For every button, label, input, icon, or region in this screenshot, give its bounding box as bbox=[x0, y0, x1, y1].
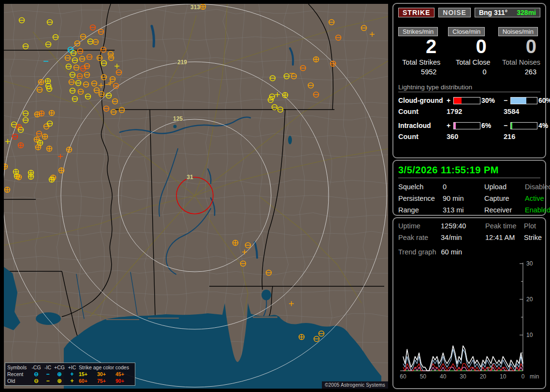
cg-plus-pct: 30% bbox=[481, 97, 504, 104]
age-code: 75+ bbox=[97, 378, 116, 384]
legend-col-cg-neg: -CG bbox=[30, 364, 42, 371]
trend-graph-label: Trend graph bbox=[398, 248, 436, 256]
age-code: 15+ bbox=[79, 371, 97, 378]
svg-text:10: 10 bbox=[526, 332, 533, 338]
plus-sign: + bbox=[447, 122, 453, 129]
lake bbox=[174, 125, 177, 128]
strike-symbol bbox=[299, 335, 304, 340]
svg-text:10: 10 bbox=[500, 373, 507, 380]
peak-time-value: 12:41 AM bbox=[485, 234, 524, 241]
noises-per-min-button[interactable]: Noises/min bbox=[498, 27, 538, 36]
cg-plus-bar-fill bbox=[454, 98, 462, 104]
legend-age-header: Strike age color codes bbox=[79, 364, 133, 371]
bearing-label: Bng 311° bbox=[479, 9, 507, 16]
noises-column: Noises/min 0 Total Noises 263 bbox=[498, 27, 540, 76]
noise-mode-button[interactable]: NOISE bbox=[438, 8, 471, 17]
receiver-status: Enabled bbox=[525, 206, 550, 214]
total-close-label: Total Close bbox=[448, 58, 490, 66]
strikes-per-min-button[interactable]: Strikes/min bbox=[398, 27, 438, 36]
ic-plus-icon: + bbox=[65, 378, 79, 384]
legend-col-ic-neg: -IC bbox=[42, 364, 54, 371]
ic-minus-count: 216 bbox=[504, 133, 540, 140]
persistence-label: Persistence bbox=[398, 195, 443, 202]
ic-plus-count: 360 bbox=[447, 133, 504, 140]
ic-plus-icon: + bbox=[65, 371, 79, 378]
strike-symbol bbox=[201, 4, 206, 10]
map-legend: Symbols -CG -IC +CG +IC Strike age color… bbox=[5, 363, 135, 386]
session-panel: Uptime 1259:40 Peak time Plot Peak rate … bbox=[392, 217, 546, 389]
persistence-value: 90 min bbox=[443, 195, 484, 202]
ic-plus-bar-fill bbox=[454, 123, 456, 129]
strike-symbol bbox=[233, 240, 238, 246]
lightning-map[interactable]: 313 219 125 31 Symbols -CG -IC +CG +IC S… bbox=[4, 4, 388, 389]
border-lake bbox=[261, 290, 271, 300]
ring-label-125: 125 bbox=[173, 115, 183, 122]
copyright-notice: ©2005 Astrogenic Systems bbox=[322, 381, 388, 389]
strike-symbol bbox=[283, 93, 288, 98]
strike-symbol bbox=[39, 80, 44, 85]
bearing-readout: Bng 311° 328mi bbox=[475, 8, 540, 17]
lake bbox=[36, 312, 61, 325]
close-per-min-button[interactable]: Close/min bbox=[448, 27, 485, 36]
svg-text:20: 20 bbox=[526, 296, 533, 303]
status-panel: 3/5/2026 11:55:19 PM Squelch 0 Upload Di… bbox=[392, 160, 546, 216]
legend-row-label: Old bbox=[7, 378, 30, 384]
svg-text:30: 30 bbox=[460, 373, 466, 380]
intracloud-label: Intracloud bbox=[398, 122, 447, 129]
strike-symbol bbox=[67, 147, 72, 153]
trend-graph-value: 60 min bbox=[441, 248, 462, 256]
ic-count-label: Count bbox=[398, 133, 447, 140]
ring-label-313: 313 bbox=[190, 4, 200, 11]
cg-plus-icon: ⊕ bbox=[54, 378, 65, 384]
svg-text:50: 50 bbox=[420, 373, 427, 380]
noises-per-min-value: 0 bbox=[498, 36, 540, 56]
total-noises-label: Total Noises bbox=[498, 58, 540, 66]
lake bbox=[288, 136, 292, 144]
plot-label: Plot bbox=[524, 222, 542, 230]
ic-minus-icon: − bbox=[42, 371, 54, 378]
strike-symbol bbox=[314, 57, 319, 62]
svg-text:30: 30 bbox=[526, 260, 533, 267]
cg-plus-bar bbox=[453, 97, 480, 104]
age-code: 45+ bbox=[116, 371, 133, 378]
strike-symbol bbox=[39, 111, 44, 116]
ic-plus-bar bbox=[453, 122, 480, 129]
legend-row-old: Old⊖−⊕+60+75+90+ bbox=[7, 378, 133, 384]
strike-stats-panel: STRIKE NOISE Bng 311° 328mi Strikes/min … bbox=[392, 3, 546, 158]
strike-symbol bbox=[36, 145, 41, 150]
ic-minus-icon: − bbox=[42, 378, 54, 384]
receiver-label: Receiver bbox=[484, 206, 525, 214]
total-strikes-value: 5952 bbox=[398, 68, 440, 76]
strike-symbol bbox=[43, 134, 48, 140]
bearing-distance: 328mi bbox=[517, 9, 536, 16]
strike-symbol bbox=[49, 111, 55, 116]
strike-symbol bbox=[29, 174, 34, 180]
svg-text:60: 60 bbox=[400, 373, 406, 380]
upload-status: Disabled bbox=[525, 183, 550, 191]
strike-mode-button[interactable]: STRIKE bbox=[398, 8, 434, 17]
strike-symbol bbox=[34, 137, 40, 142]
capture-status: Active bbox=[525, 195, 550, 202]
strike-symbol bbox=[16, 175, 22, 180]
age-code: 60+ bbox=[79, 378, 97, 384]
cg-plus-icon: ⊕ bbox=[54, 371, 65, 378]
plus-sign: + bbox=[447, 97, 453, 104]
strike-symbol bbox=[18, 143, 24, 148]
svg-text:40: 40 bbox=[440, 373, 447, 380]
ring-label-219: 219 bbox=[177, 59, 187, 66]
uptime-value: 1259:40 bbox=[441, 222, 485, 230]
strikes-column: Strikes/min 2 Total Strikes 5952 bbox=[398, 27, 440, 76]
cg-minus-count: 3584 bbox=[504, 108, 540, 115]
ring-label-31: 31 bbox=[187, 174, 193, 181]
strike-symbol bbox=[49, 177, 55, 182]
total-close-value: 0 bbox=[448, 68, 490, 76]
age-code: 30+ bbox=[97, 371, 116, 378]
ic-minus-bar bbox=[510, 122, 537, 129]
peak-time-label: Peak time bbox=[485, 222, 524, 230]
legend-symbols-header: Symbols bbox=[7, 364, 30, 371]
strike-symbol bbox=[45, 79, 51, 84]
total-strikes-label: Total Strikes bbox=[398, 58, 440, 66]
peak-rate-label: Peak rate bbox=[398, 234, 441, 241]
age-code: 90+ bbox=[116, 378, 133, 384]
squelch-value: 0 bbox=[443, 183, 484, 191]
